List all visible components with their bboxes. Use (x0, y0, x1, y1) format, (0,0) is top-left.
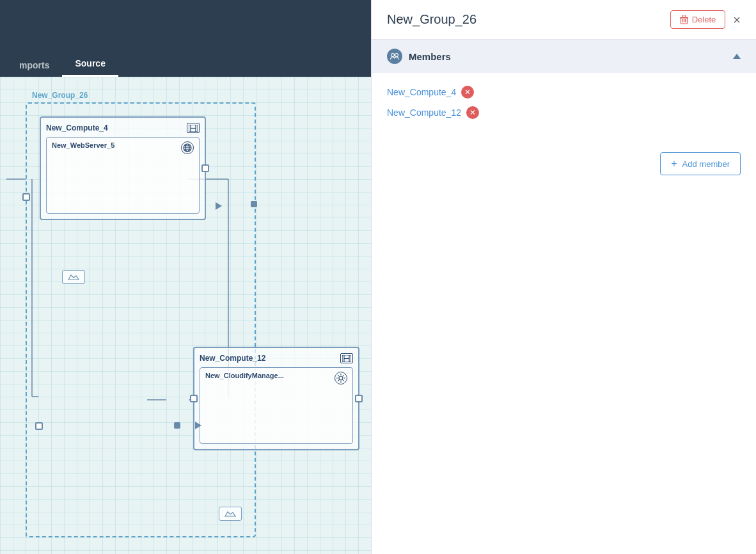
add-member-area: + Add member (372, 146, 756, 182)
inner-node-2: New_CloudifyManage... (200, 367, 353, 444)
plus-icon: + (671, 158, 677, 170)
compute-node-2-header: New_Compute_12 (200, 353, 353, 363)
panel-actions: Delete × (670, 10, 741, 29)
conn-dot-1 (251, 201, 257, 207)
svg-point-28 (395, 54, 398, 57)
compute-node-1-label: New_Compute_4 (46, 123, 108, 132)
group-label: New_Group_26 (32, 91, 88, 100)
panel-title: New_Group_26 (387, 12, 476, 27)
members-label: Members (409, 51, 451, 62)
globe-icon (181, 141, 194, 154)
svg-point-27 (391, 54, 395, 57)
port-left-2[interactable] (190, 395, 198, 402)
compute-icon-1 (187, 123, 200, 133)
compute-node-2-label: New_Compute_12 (200, 354, 265, 363)
delete-button[interactable]: Delete (670, 10, 726, 29)
svg-point-20 (339, 376, 343, 380)
members-section: Members New_Compute_4 ✕ New_Compute_12 ✕… (372, 40, 756, 182)
close-button[interactable]: × (733, 13, 741, 26)
canvas-area[interactable]: mports Source New_Group_2 (0, 0, 371, 554)
remove-member-2-button[interactable]: ✕ (466, 106, 479, 119)
inner-node-1: New_WebServer_5 (46, 137, 200, 214)
remove-member-1-button[interactable]: ✕ (461, 86, 474, 99)
port-group-left-2[interactable] (35, 422, 43, 430)
compute-icon-2 (340, 353, 353, 363)
port-right-1[interactable] (201, 164, 209, 172)
arrow-connector-1 (216, 202, 222, 210)
nav-tab-source[interactable]: Source (62, 52, 118, 77)
settings-icon (335, 372, 347, 384)
inner-node-1-label: New_WebServer_5 (52, 141, 114, 149)
inner-node-2-label: New_CloudifyManage... (205, 372, 284, 379)
member-link-1[interactable]: New_Compute_4 (387, 87, 456, 97)
svg-rect-22 (682, 15, 686, 17)
canvas-content: New_Group_26 New_Compute_4 New_WebServer… (0, 77, 371, 554)
compute-node-1-header: New_Compute_4 (46, 123, 200, 133)
conn-dot-2 (174, 422, 180, 429)
compute-node-2[interactable]: New_Compute_12 New_CloudifyManage... (193, 347, 359, 450)
compute-node-1[interactable]: New_Compute_4 New_WebServer_5 (40, 116, 206, 220)
members-list: New_Compute_4 ✕ New_Compute_12 ✕ (372, 73, 756, 139)
members-header[interactable]: Members (372, 40, 756, 73)
panel-header: New_Group_26 Delete × (372, 0, 756, 40)
arrow-connector-2 (195, 422, 201, 429)
nav-bar: mports Source (0, 0, 371, 77)
group-container: New_Group_26 New_Compute_4 New_WebServer… (26, 102, 256, 537)
member-link-2[interactable]: New_Compute_12 (387, 107, 461, 118)
right-panel: New_Group_26 Delete × (371, 0, 756, 554)
thumb-icon-2 (219, 507, 242, 521)
nav-tab-imports[interactable]: mports (6, 54, 62, 77)
port-right-2[interactable] (355, 395, 363, 402)
member-item-1: New_Compute_4 ✕ (387, 86, 741, 99)
chevron-up-icon (733, 54, 741, 59)
members-header-left: Members (387, 49, 451, 64)
member-item-2: New_Compute_12 ✕ (387, 106, 741, 119)
add-member-button[interactable]: + Add member (660, 152, 741, 175)
group-icon (387, 49, 402, 64)
thumb-icon-1 (62, 270, 85, 284)
trash-icon (680, 15, 688, 24)
port-group-left[interactable] (22, 193, 30, 201)
